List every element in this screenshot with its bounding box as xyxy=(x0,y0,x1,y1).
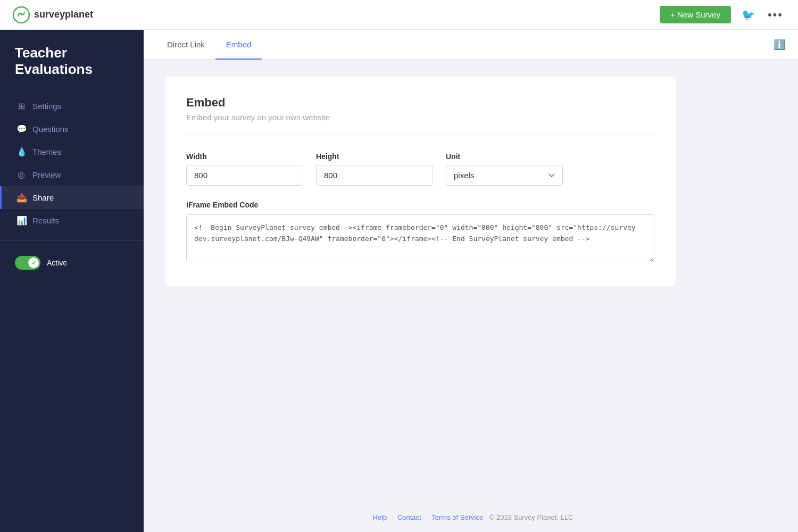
footer-contact-link[interactable]: Contact xyxy=(397,513,421,521)
card-subtitle: Embed your survey on your own website xyxy=(186,113,654,122)
main-layout: Teacher Evaluations ⊞ Settings 💬 Questio… xyxy=(0,30,798,532)
tab-bar: Direct Link Embed ℹ️ xyxy=(144,30,798,60)
unit-label: Unit xyxy=(446,152,563,161)
active-toggle[interactable]: ✓ xyxy=(15,256,40,270)
height-label: Height xyxy=(316,152,433,161)
content-area: Direct Link Embed ℹ️ Embed Embed your su… xyxy=(144,30,798,532)
embed-card: Embed Embed your survey on your own webs… xyxy=(165,77,676,286)
tab-bar-info-icon: ℹ️ xyxy=(774,39,785,51)
user-icon: 🐦 xyxy=(742,9,755,21)
page-content: Embed Embed your survey on your own webs… xyxy=(144,60,798,503)
iframe-label: iFrame Embed Code xyxy=(186,201,654,209)
logo-icon xyxy=(13,6,30,23)
more-menu-button[interactable]: ••• xyxy=(766,6,785,24)
dimensions-row: Width Height Unit pixels percent xyxy=(186,152,654,186)
settings-icon: ⊞ xyxy=(16,101,26,111)
svg-point-0 xyxy=(13,7,29,23)
logo: surveyplanet xyxy=(13,6,93,23)
footer-tos-link[interactable]: Terms of Service xyxy=(431,513,483,521)
sidebar-item-settings[interactable]: ⊞ Settings xyxy=(0,95,144,118)
unit-select[interactable]: pixels percent xyxy=(446,165,563,186)
unit-group: Unit pixels percent xyxy=(446,152,563,186)
sidebar-item-label-preview: Preview xyxy=(32,170,61,179)
tab-direct-link[interactable]: Direct Link xyxy=(156,30,215,60)
sidebar-divider xyxy=(0,240,144,241)
sidebar-active-toggle-row: ✓ Active xyxy=(0,250,144,276)
share-icon: 📤 xyxy=(16,193,26,203)
card-divider xyxy=(186,135,654,135)
height-input[interactable] xyxy=(316,165,433,186)
sidebar-item-label-settings: Settings xyxy=(32,102,61,111)
topnav-right: + New Survey 🐦 ••• xyxy=(660,6,785,24)
user-icon-button[interactable]: 🐦 xyxy=(739,6,757,23)
sidebar-item-label-themes: Themes xyxy=(32,147,61,156)
preview-icon: ◎ xyxy=(16,170,26,180)
sidebar: Teacher Evaluations ⊞ Settings 💬 Questio… xyxy=(0,30,144,532)
sidebar-item-themes[interactable]: 💧 Themes xyxy=(0,140,144,163)
width-group: Width xyxy=(186,152,303,186)
more-icon: ••• xyxy=(768,8,783,21)
sidebar-item-label-share: Share xyxy=(32,193,54,202)
sidebar-survey-title: Teacher Evaluations xyxy=(0,45,144,95)
iframe-textarea[interactable]: <!--Begin SurveyPlanet survey embed--><i… xyxy=(186,214,654,262)
card-title: Embed xyxy=(186,96,654,110)
info-icon: ℹ️ xyxy=(774,39,785,50)
sidebar-item-results[interactable]: 📊 Results xyxy=(0,209,144,232)
toggle-check-icon: ✓ xyxy=(31,260,36,267)
footer-copyright: © 2018 Survey Planet, LLC xyxy=(489,513,573,521)
sidebar-item-questions[interactable]: 💬 Questions xyxy=(0,118,144,140)
height-group: Height xyxy=(316,152,433,186)
sidebar-item-share[interactable]: 📤 Share xyxy=(0,186,144,209)
active-label: Active xyxy=(47,259,67,267)
tab-embed[interactable]: Embed xyxy=(215,30,262,60)
sidebar-nav: ⊞ Settings 💬 Questions 💧 Themes ◎ Previe… xyxy=(0,95,144,276)
toggle-knob: ✓ xyxy=(28,257,39,268)
questions-icon: 💬 xyxy=(16,124,26,134)
width-label: Width xyxy=(186,152,303,161)
page-footer: Help Contact Terms of Service © 2018 Sur… xyxy=(144,503,798,532)
top-nav: surveyplanet + New Survey 🐦 ••• xyxy=(0,0,798,30)
sidebar-item-label-results: Results xyxy=(32,216,59,225)
iframe-section: iFrame Embed Code <!--Begin SurveyPlanet… xyxy=(186,201,654,264)
sidebar-item-label-questions: Questions xyxy=(32,124,69,134)
themes-icon: 💧 xyxy=(16,147,26,157)
footer-help-link[interactable]: Help xyxy=(373,513,387,521)
sidebar-item-preview[interactable]: ◎ Preview xyxy=(0,163,144,186)
results-icon: 📊 xyxy=(16,215,26,226)
new-survey-button[interactable]: + New Survey xyxy=(660,6,731,23)
width-input[interactable] xyxy=(186,165,303,186)
logo-text: surveyplanet xyxy=(34,9,93,20)
